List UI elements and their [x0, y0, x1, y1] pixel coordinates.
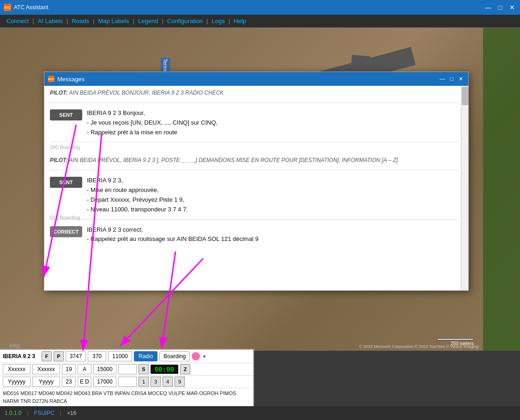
flight-id: IBERIA 9 2 3 [3, 353, 40, 360]
title-bar: ATC ATC Assistant — □ ✕ [0, 0, 520, 15]
map-copyright: © 2023 Microsoft Corporation © 2023 TomT… [359, 344, 478, 349]
dialog-icon: ATC [48, 76, 54, 82]
pilot-label-2: PILOT: [50, 157, 67, 163]
menu-bar: Connect | AI Labels | Roads | Map Labels… [0, 15, 520, 28]
correct-text: IBERIA 9 2 3 correct, - Rappelez prêt au… [87, 225, 259, 245]
msg-entry-4: SENT IBERIA 9 2 3, - Mise en route appro… [50, 176, 459, 219]
pilot-text-1: AIN BEIDA PRÉVOL BONJOUR, IBERIA 9 2 3 R… [69, 90, 224, 96]
menu-configuration[interactable]: Configuration [167, 18, 203, 24]
menu-map-labels[interactable]: Map Labels [98, 18, 129, 24]
field-19[interactable] [62, 364, 76, 374]
boarding-button[interactable]: Boarding [159, 351, 190, 361]
status-bar: 1.0.1.0 | FSUIPC | ×16 [0, 406, 520, 420]
window-controls: — □ ✕ [484, 3, 516, 12]
num-1-button[interactable]: 1 [139, 377, 149, 387]
correct-badge: CORRECT [50, 226, 82, 237]
xxxxxx-field-1[interactable] [3, 364, 30, 374]
green-strip [483, 28, 520, 351]
field-empty-1[interactable] [118, 364, 137, 374]
messages-dialog: ATC Messages — □ ✕ PILOT: AIN BEIDA PRÉV… [44, 72, 469, 291]
menu-connect[interactable]: Connect [6, 18, 29, 24]
field-17000[interactable] [93, 377, 116, 387]
minimize-button[interactable]: — [484, 3, 492, 12]
squawk-input[interactable] [66, 351, 86, 361]
msg-entry-2: SENT IBERIA 9 2 3 Bonjour, - Je vous reç… [50, 108, 459, 142]
dropdown-arrow[interactable]: ▼ [202, 354, 206, 359]
multiplier-label: ×16 [67, 410, 76, 416]
dialog-content[interactable]: PILOT: AIN BEIDA PRÉVOL BONJOUR, IBERIA … [44, 86, 468, 290]
flight-row-1: IBERIA 9 2 3 F P Radio Boarding ▼ [0, 350, 253, 363]
field-a[interactable] [78, 364, 91, 374]
msg-entry-3: PILOT: AIN BEIDA PRÉVOL, IBERIA 9 2 3 [,… [50, 157, 459, 170]
app-icon: ATC [4, 4, 11, 11]
xxxxxx-field-2[interactable] [32, 364, 60, 374]
field-370[interactable] [88, 351, 106, 361]
num-9-button[interactable]: 9 [175, 377, 185, 387]
msg-row-sent-1: SENT IBERIA 9 2 3 Bonjour, - Je vous reç… [50, 108, 459, 137]
pilot-line-1: PILOT: AIN BEIDA PRÉVOL BONJOUR, IBERIA … [50, 90, 459, 96]
scrollbar-thumb[interactable] [462, 87, 468, 105]
dialog-titlebar: ATC Messages — □ ✕ [44, 72, 468, 86]
route-text: MD016 MD017 MD040 MD042 MD043 BRA VTB IN… [3, 390, 236, 404]
msg-entry-1: PILOT: AIN BEIDA PRÉVOL BONJOUR, IBERIA … [50, 90, 459, 103]
bottom-panel: IBERIA 9 2 3 F P Radio Boarding ▼ S 00:0… [0, 349, 254, 406]
yyyyy-field-2[interactable] [32, 377, 60, 387]
pilot-line-2: PILOT: AIN BEIDA PRÉVOL, IBERIA 9 2 3 [,… [50, 157, 459, 163]
sent-badge-2: SENT [50, 177, 82, 188]
field-11000[interactable] [108, 351, 132, 361]
dialog-title: Messages [57, 76, 439, 83]
num-3-button[interactable]: 3 [151, 377, 161, 387]
pilot-text-2: AIN BEIDA PRÉVOL, IBERIA 9 2 3 [, POSTE … [69, 157, 398, 163]
field-empty-2[interactable] [118, 377, 137, 387]
menu-roads[interactable]: Roads [72, 18, 89, 24]
field-ed[interactable] [78, 377, 91, 387]
sent-text-2: IBERIA 9 2 3, - Mise en route approuvée,… [87, 176, 188, 214]
version-label: 1.0.1.0 [5, 410, 22, 416]
scale-line [437, 338, 474, 340]
route-row: MD016 MD017 MD040 MD042 MD043 BRA VTB IN… [0, 388, 253, 406]
f-button[interactable]: F [42, 351, 52, 361]
menu-logs[interactable]: Logs [212, 18, 224, 24]
dialog-controls: — □ ✕ [439, 75, 465, 83]
yyyyyy-field-1[interactable] [3, 377, 30, 387]
field-15000[interactable] [93, 364, 116, 374]
menu-help[interactable]: Help [234, 18, 246, 24]
scrollbar[interactable] [461, 86, 468, 290]
field-23[interactable] [62, 377, 76, 387]
window-title: ATC Assistant [14, 4, 484, 11]
z-button[interactable]: Z [180, 364, 190, 374]
menu-ai-labels[interactable]: AI Labels [38, 18, 63, 24]
fsuipc-label: FSUIPC [34, 410, 54, 416]
dialog-maximize[interactable]: □ [448, 75, 455, 83]
msg-entry-5: CORRECT IBERIA 9 2 3 correct, - Rappelez… [50, 225, 459, 249]
bing-logo: bing [9, 342, 20, 349]
flight-row-2: S 00:00 Z [0, 363, 253, 376]
msg-row-sent-2: SENT IBERIA 9 2 3, - Mise en route appro… [50, 176, 459, 214]
msg-row-correct: CORRECT IBERIA 9 2 3 correct, - Rappelez… [50, 225, 459, 245]
status-dot [192, 352, 200, 360]
boarding-010: 010 Boarding [50, 215, 80, 220]
p-button[interactable]: P [54, 351, 64, 361]
sent-text-1: IBERIA 9 2 3 Bonjour, - Je vous reçois [… [87, 108, 218, 137]
num-4-button[interactable]: 4 [163, 377, 173, 387]
dialog-close[interactable]: ✕ [457, 75, 465, 83]
flight-row-3: 1 3 4 9 [0, 376, 253, 388]
boarding-000: 000 Boarding [50, 144, 80, 150]
radio-button[interactable]: Radio [134, 351, 157, 361]
sent-badge-1: SENT [50, 109, 82, 120]
maximize-button[interactable]: □ [496, 3, 504, 12]
time-display: 00:00 [151, 365, 178, 374]
menu-legend[interactable]: Legend [138, 18, 158, 24]
pilot-label-1: PILOT: [50, 90, 67, 96]
dialog-minimize[interactable]: — [439, 75, 446, 83]
s-button[interactable]: S [139, 364, 149, 374]
close-button[interactable]: ✕ [508, 3, 516, 12]
